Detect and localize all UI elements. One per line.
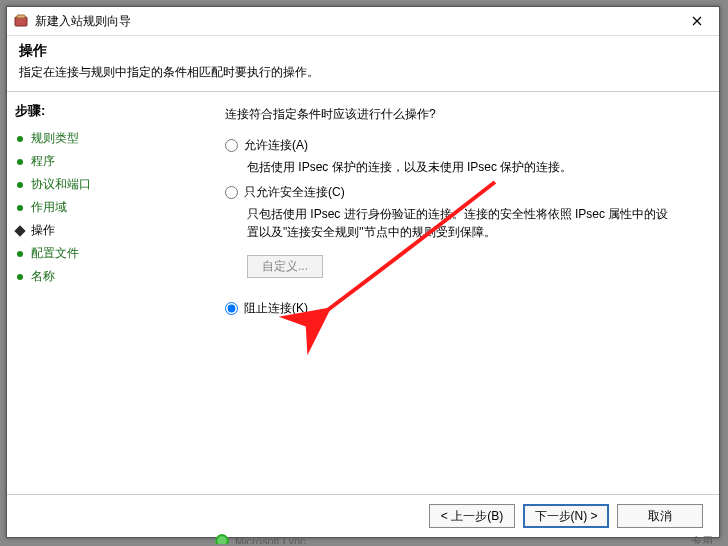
step-label: 名称	[31, 268, 55, 285]
step-label: 规则类型	[31, 130, 79, 147]
step-label: 作用域	[31, 199, 67, 216]
app-icon	[13, 13, 29, 29]
main-pane: 连接符合指定条件时应该进行什么操作? 允许连接(A) 包括使用 IPsec 保护…	[195, 92, 719, 500]
bullet-icon	[15, 203, 25, 213]
radio-allow-label[interactable]: 允许连接(A)	[244, 137, 308, 154]
option-block: 阻止连接(K)	[225, 300, 701, 317]
bullet-icon	[15, 249, 25, 259]
step-scope[interactable]: 作用域	[15, 199, 187, 216]
wizard-window: 新建入站规则向导 操作 指定在连接与规则中指定的条件相匹配时要执行的操作。 步骤…	[6, 6, 720, 538]
radio-block-label[interactable]: 阻止连接(K)	[244, 300, 308, 317]
wizard-body: 步骤: 规则类型 程序 协议和端口 作用域 操作 配置文件 名称 连接符合指定条…	[7, 92, 719, 500]
radio-secure[interactable]	[225, 186, 238, 199]
page-description: 指定在连接与规则中指定的条件相匹配时要执行的操作。	[19, 64, 707, 81]
step-label: 操作	[31, 222, 55, 239]
next-button[interactable]: 下一步(N) >	[523, 504, 609, 528]
secure-description: 只包括使用 IPsec 进行身份验证的连接。连接的安全性将依照 IPsec 属性…	[247, 205, 677, 241]
steps-sidebar: 步骤: 规则类型 程序 协议和端口 作用域 操作 配置文件 名称	[7, 92, 195, 500]
question-text: 连接符合指定条件时应该进行什么操作?	[225, 106, 701, 123]
bullet-icon	[15, 157, 25, 167]
step-profile[interactable]: 配置文件	[15, 245, 187, 262]
step-program[interactable]: 程序	[15, 153, 187, 170]
step-label: 配置文件	[31, 245, 79, 262]
step-label: 程序	[31, 153, 55, 170]
close-icon	[692, 16, 702, 26]
window-title: 新建入站规则向导	[35, 13, 675, 30]
customize-button: 自定义...	[247, 255, 323, 278]
allow-description: 包括使用 IPsec 保护的连接，以及未使用 IPsec 保护的连接。	[247, 158, 677, 176]
wizard-footer: < 上一步(B) 下一步(N) > 取消	[7, 494, 719, 537]
radio-block[interactable]	[225, 302, 238, 315]
steps-heading: 步骤:	[15, 102, 187, 120]
radio-secure-label[interactable]: 只允许安全连接(C)	[244, 184, 345, 201]
step-label: 协议和端口	[31, 176, 91, 193]
wizard-header: 操作 指定在连接与规则中指定的条件相匹配时要执行的操作。	[7, 36, 719, 92]
svg-rect-1	[17, 15, 25, 18]
radio-allow[interactable]	[225, 139, 238, 152]
option-secure: 只允许安全连接(C) 只包括使用 IPsec 进行身份验证的连接。连接的安全性将…	[225, 184, 701, 292]
option-allow: 允许连接(A) 包括使用 IPsec 保护的连接，以及未使用 IPsec 保护的…	[225, 137, 701, 176]
titlebar: 新建入站规则向导	[7, 7, 719, 36]
bullet-icon	[15, 180, 25, 190]
page-title: 操作	[19, 42, 707, 60]
step-rule-type[interactable]: 规则类型	[15, 130, 187, 147]
bullet-icon	[15, 272, 25, 282]
cancel-button[interactable]: 取消	[617, 504, 703, 528]
bullet-icon	[15, 134, 25, 144]
step-name[interactable]: 名称	[15, 268, 187, 285]
close-button[interactable]	[675, 7, 719, 35]
bullet-icon	[15, 226, 25, 236]
back-button[interactable]: < 上一步(B)	[429, 504, 515, 528]
step-action[interactable]: 操作	[15, 222, 187, 239]
step-protocol-ports[interactable]: 协议和端口	[15, 176, 187, 193]
